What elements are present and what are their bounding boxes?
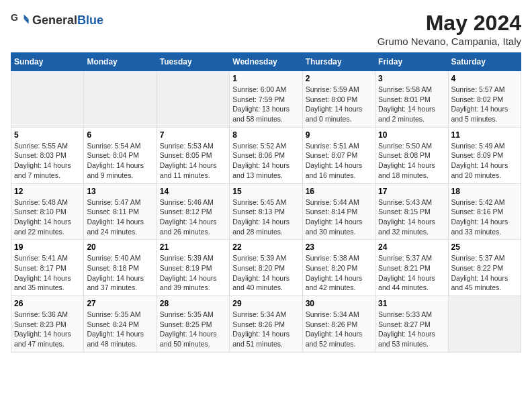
day-info: Sunrise: 5:47 AM Sunset: 8:11 PM Dayligh… [87, 197, 153, 237]
svg-marker-1 [24, 15, 29, 19]
header-monday: Monday [84, 53, 157, 71]
day-info: Sunrise: 5:59 AM Sunset: 8:00 PM Dayligh… [306, 85, 372, 124]
calendar-cell: 31Sunrise: 5:33 AM Sunset: 8:27 PM Dayli… [375, 296, 448, 353]
day-info: Sunrise: 5:48 AM Sunset: 8:10 PM Dayligh… [14, 197, 81, 237]
day-info: Sunrise: 5:37 AM Sunset: 8:21 PM Dayligh… [378, 253, 445, 293]
day-number: 20 [87, 242, 153, 252]
calendar-cell: 30Sunrise: 5:34 AM Sunset: 8:26 PM Dayli… [302, 296, 375, 353]
calendar-cell: 2Sunrise: 5:59 AM Sunset: 8:00 PM Daylig… [302, 71, 375, 128]
calendar-cell: 1Sunrise: 6:00 AM Sunset: 7:59 PM Daylig… [230, 71, 302, 128]
day-number: 1 [232, 74, 299, 83]
calendar-cell: 10Sunrise: 5:50 AM Sunset: 8:08 PM Dayli… [375, 127, 448, 183]
week-row-1: 1Sunrise: 6:00 AM Sunset: 7:59 PM Daylig… [11, 71, 521, 128]
week-row-5: 26Sunrise: 5:36 AM Sunset: 8:23 PM Dayli… [11, 296, 521, 353]
day-info: Sunrise: 5:53 AM Sunset: 8:05 PM Dayligh… [160, 141, 226, 181]
svg-text:G: G [11, 12, 18, 23]
calendar-cell: 8Sunrise: 5:52 AM Sunset: 8:06 PM Daylig… [230, 127, 302, 183]
calendar-cell: 7Sunrise: 5:53 AM Sunset: 8:05 PM Daylig… [157, 127, 229, 183]
day-number: 16 [306, 187, 372, 196]
day-number: 24 [378, 242, 445, 252]
day-info: Sunrise: 5:34 AM Sunset: 8:26 PM Dayligh… [306, 310, 372, 349]
week-row-4: 19Sunrise: 5:41 AM Sunset: 8:17 PM Dayli… [11, 240, 521, 296]
header-wednesday: Wednesday [230, 53, 302, 71]
calendar-cell [11, 71, 84, 128]
day-info: Sunrise: 5:37 AM Sunset: 8:22 PM Dayligh… [451, 253, 518, 293]
day-number: 18 [451, 187, 518, 196]
day-number: 7 [160, 130, 226, 140]
day-info: Sunrise: 5:46 AM Sunset: 8:12 PM Dayligh… [160, 197, 226, 237]
calendar-cell: 4Sunrise: 5:57 AM Sunset: 8:02 PM Daylig… [448, 71, 521, 128]
header-thursday: Thursday [302, 53, 375, 71]
calendar-cell: 16Sunrise: 5:44 AM Sunset: 8:14 PM Dayli… [302, 183, 375, 240]
day-number: 25 [451, 242, 518, 252]
day-info: Sunrise: 5:40 AM Sunset: 8:18 PM Dayligh… [87, 253, 153, 293]
calendar-cell: 14Sunrise: 5:46 AM Sunset: 8:12 PM Dayli… [157, 183, 229, 240]
calendar-cell: 27Sunrise: 5:35 AM Sunset: 8:24 PM Dayli… [84, 296, 157, 353]
logo-text-general: General [32, 13, 77, 27]
day-number: 19 [14, 242, 81, 252]
calendar-cell: 9Sunrise: 5:51 AM Sunset: 8:07 PM Daylig… [302, 127, 375, 183]
day-info: Sunrise: 5:39 AM Sunset: 8:19 PM Dayligh… [160, 253, 226, 293]
calendar-cell [157, 71, 229, 128]
page-header: G GeneralBlue May 2024 Grumo Nevano, Cam… [11, 11, 521, 47]
day-number: 9 [306, 130, 372, 140]
header-tuesday: Tuesday [157, 53, 229, 71]
day-info: Sunrise: 5:38 AM Sunset: 8:20 PM Dayligh… [306, 253, 372, 293]
day-number: 11 [451, 130, 518, 140]
day-info: Sunrise: 5:35 AM Sunset: 8:25 PM Dayligh… [160, 310, 226, 349]
header-friday: Friday [375, 53, 448, 71]
calendar-header: Sunday Monday Tuesday Wednesday Thursday… [11, 53, 521, 71]
main-title: May 2024 [378, 11, 521, 36]
day-number: 5 [14, 130, 81, 140]
day-number: 31 [378, 299, 445, 308]
day-info: Sunrise: 5:50 AM Sunset: 8:08 PM Dayligh… [378, 141, 445, 181]
day-info: Sunrise: 5:54 AM Sunset: 8:04 PM Dayligh… [87, 141, 153, 181]
calendar-cell: 20Sunrise: 5:40 AM Sunset: 8:18 PM Dayli… [84, 240, 157, 296]
header-row: Sunday Monday Tuesday Wednesday Thursday… [11, 53, 521, 71]
day-info: Sunrise: 5:55 AM Sunset: 8:03 PM Dayligh… [14, 141, 81, 181]
day-number: 27 [87, 299, 153, 308]
calendar-cell: 17Sunrise: 5:43 AM Sunset: 8:15 PM Dayli… [375, 183, 448, 240]
day-number: 3 [378, 74, 445, 83]
calendar-cell: 15Sunrise: 5:45 AM Sunset: 8:13 PM Dayli… [230, 183, 302, 240]
day-number: 10 [378, 130, 445, 140]
day-number: 4 [451, 74, 518, 83]
day-number: 14 [160, 187, 226, 196]
calendar-cell: 24Sunrise: 5:37 AM Sunset: 8:21 PM Dayli… [375, 240, 448, 296]
day-number: 8 [232, 130, 299, 140]
day-number: 15 [232, 187, 299, 196]
calendar-cell: 3Sunrise: 5:58 AM Sunset: 8:01 PM Daylig… [375, 71, 448, 128]
calendar-cell: 13Sunrise: 5:47 AM Sunset: 8:11 PM Dayli… [84, 183, 157, 240]
header-saturday: Saturday [448, 53, 521, 71]
calendar-cell: 19Sunrise: 5:41 AM Sunset: 8:17 PM Dayli… [11, 240, 84, 296]
logo-icon: G [11, 11, 30, 30]
calendar-cell: 25Sunrise: 5:37 AM Sunset: 8:22 PM Dayli… [448, 240, 521, 296]
day-info: Sunrise: 5:51 AM Sunset: 8:07 PM Dayligh… [306, 141, 372, 181]
day-number: 6 [87, 130, 153, 140]
day-number: 13 [87, 187, 153, 196]
week-row-3: 12Sunrise: 5:48 AM Sunset: 8:10 PM Dayli… [11, 183, 521, 240]
calendar-cell: 22Sunrise: 5:39 AM Sunset: 8:20 PM Dayli… [230, 240, 302, 296]
subtitle: Grumo Nevano, Campania, Italy [378, 36, 521, 47]
calendar-cell: 5Sunrise: 5:55 AM Sunset: 8:03 PM Daylig… [11, 127, 84, 183]
calendar-cell: 29Sunrise: 5:34 AM Sunset: 8:26 PM Dayli… [230, 296, 302, 353]
day-number: 2 [306, 74, 372, 83]
day-number: 21 [160, 242, 226, 252]
day-info: Sunrise: 6:00 AM Sunset: 7:59 PM Dayligh… [232, 85, 299, 124]
calendar-cell: 23Sunrise: 5:38 AM Sunset: 8:20 PM Dayli… [302, 240, 375, 296]
day-info: Sunrise: 5:57 AM Sunset: 8:02 PM Dayligh… [451, 85, 518, 124]
day-number: 28 [160, 299, 226, 308]
day-number: 29 [232, 299, 299, 308]
day-number: 12 [14, 187, 81, 196]
day-info: Sunrise: 5:43 AM Sunset: 8:15 PM Dayligh… [378, 197, 445, 237]
calendar-cell: 6Sunrise: 5:54 AM Sunset: 8:04 PM Daylig… [84, 127, 157, 183]
day-info: Sunrise: 5:44 AM Sunset: 8:14 PM Dayligh… [306, 197, 372, 237]
calendar-cell: 18Sunrise: 5:42 AM Sunset: 8:16 PM Dayli… [448, 183, 521, 240]
calendar-cell [448, 296, 521, 353]
day-info: Sunrise: 5:34 AM Sunset: 8:26 PM Dayligh… [232, 310, 299, 349]
calendar-cell: 12Sunrise: 5:48 AM Sunset: 8:10 PM Dayli… [11, 183, 84, 240]
calendar-cell: 11Sunrise: 5:49 AM Sunset: 8:09 PM Dayli… [448, 127, 521, 183]
title-section: May 2024 Grumo Nevano, Campania, Italy [378, 11, 521, 47]
calendar-cell: 28Sunrise: 5:35 AM Sunset: 8:25 PM Dayli… [157, 296, 229, 353]
day-info: Sunrise: 5:52 AM Sunset: 8:06 PM Dayligh… [232, 141, 299, 181]
